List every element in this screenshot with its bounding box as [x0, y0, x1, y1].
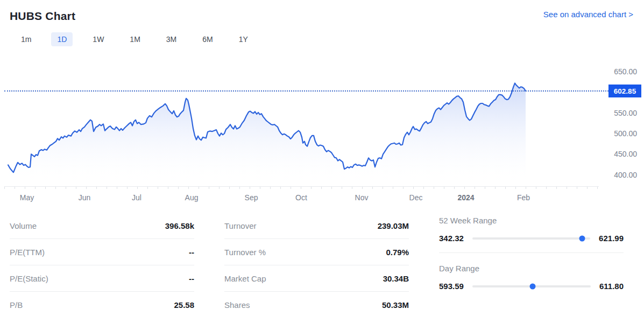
stat-value: 50.33M: [382, 300, 409, 310]
y-axis: 650.00550.00500.00450.00400.00: [601, 62, 644, 185]
advanced-chart-link[interactable]: See on advanced chart >: [543, 10, 633, 19]
page-title: HUBS Chart: [10, 10, 75, 23]
week-range-thumb-icon[interactable]: [579, 235, 585, 241]
y-tick-label: 500.00: [614, 129, 637, 138]
tab-1M[interactable]: 1M: [124, 32, 146, 46]
y-tick-label: 650.00: [614, 67, 637, 76]
stat-label: Turnover: [224, 221, 256, 230]
week-range-low: 342.32: [439, 234, 464, 243]
stat-row: P/B25.58: [10, 292, 194, 316]
stat-value: 396.58k: [165, 221, 194, 230]
current-price-line: [4, 90, 608, 92]
tab-1m[interactable]: 1m: [15, 32, 37, 46]
stats-column-1: Volume396.58kP/E(TTM)--P/E(Static)--P/B2…: [10, 213, 194, 316]
stat-value: --: [189, 274, 194, 283]
day-range-thumb-icon[interactable]: [530, 283, 536, 289]
x-tick-label-Jul: Jul: [132, 193, 141, 202]
day-range-block: Day Range 593.59 611.80: [439, 253, 624, 300]
stats-grid: Volume396.58kP/E(TTM)--P/E(Static)--P/B2…: [0, 213, 644, 316]
week-range-track: [472, 237, 590, 240]
stat-value: --: [189, 248, 194, 257]
x-tick-label-Aug: Aug: [185, 193, 199, 202]
tab-3M[interactable]: 3M: [160, 32, 182, 46]
stats-column-2: Turnover239.03MTurnover %0.79%Market Cap…: [224, 213, 409, 316]
stat-row: P/E(TTM)--: [10, 239, 194, 265]
week-range-label: 52 Week Range: [439, 216, 624, 225]
stat-row: Turnover239.03M: [224, 213, 409, 239]
x-axis-ticks: [4, 187, 599, 189]
stat-row: Shares50.33M: [224, 292, 409, 316]
y-tick-label: 550.00: [614, 108, 637, 118]
hubs-chart-widget: HUBS Chart See on advanced chart > 1m1D1…: [0, 0, 644, 316]
price-area-chart: [4, 62, 599, 185]
day-range-low: 593.59: [439, 282, 464, 291]
tab-1W[interactable]: 1W: [87, 32, 110, 46]
week-range-row: 342.32 621.99: [439, 234, 624, 243]
stat-value: 25.58: [174, 300, 194, 310]
x-tick-label-Sep: Sep: [245, 193, 258, 202]
stat-label: P/E(TTM): [10, 248, 45, 257]
day-range-high: 611.80: [599, 282, 624, 291]
day-range-label: Day Range: [439, 264, 624, 273]
stats-column-ranges: 52 Week Range 342.32 621.99 Day Range 59…: [439, 213, 624, 316]
stat-label: Turnover %: [224, 248, 266, 257]
x-tick-label-2024: 2024: [457, 193, 474, 202]
week-range-block: 52 Week Range 342.32 621.99: [439, 213, 624, 253]
tab-1Y[interactable]: 1Y: [233, 32, 254, 46]
stat-value: 239.03M: [378, 221, 409, 230]
stat-row: P/E(Static)--: [10, 265, 194, 292]
stat-value: 30.34B: [383, 274, 409, 283]
y-tick-label: 450.00: [614, 149, 637, 159]
stat-row: Turnover %0.79%: [224, 239, 409, 265]
y-tick-label: 400.00: [614, 170, 637, 180]
price-chart: 602.85 650.00550.00500.00450.00400.00 Ma…: [0, 58, 644, 205]
x-tick-label-Oct: Oct: [295, 193, 307, 202]
time-range-tabs: 1m1D1W1M3M6M1Y: [15, 32, 644, 46]
x-tick-label-Dec: Dec: [409, 193, 423, 202]
tab-1D[interactable]: 1D: [51, 32, 73, 46]
x-axis: MayJunJulAugSepOctNovDec2024Feb: [4, 186, 599, 205]
x-tick-label-Feb: Feb: [517, 193, 530, 202]
x-tick-label-Nov: Nov: [355, 193, 369, 202]
stat-label: P/E(Static): [10, 274, 48, 283]
week-range-high: 621.99: [599, 234, 624, 243]
stat-label: P/B: [10, 300, 23, 310]
day-range-track: [472, 285, 591, 287]
chart-plot-area[interactable]: [4, 62, 599, 185]
stat-row: Volume396.58k: [10, 213, 194, 239]
header: HUBS Chart See on advanced chart >: [0, 0, 644, 23]
area-fill: [8, 83, 526, 185]
day-range-row: 593.59 611.80: [439, 282, 624, 291]
stat-label: Market Cap: [224, 274, 266, 283]
tab-6M[interactable]: 6M: [196, 32, 218, 46]
stat-label: Shares: [224, 300, 250, 310]
x-tick-label-Jun: Jun: [79, 193, 91, 202]
x-tick-label-May: May: [20, 193, 34, 202]
stat-row: Market Cap30.34B: [224, 265, 409, 292]
stat-label: Volume: [10, 221, 37, 230]
stat-value: 0.79%: [386, 248, 409, 257]
